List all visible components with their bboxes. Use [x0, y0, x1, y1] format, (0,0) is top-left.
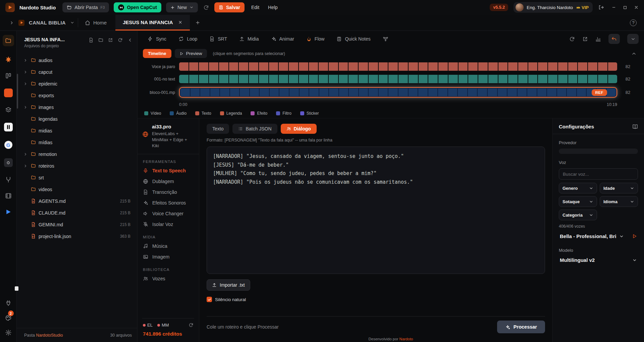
- voice-select[interactable]: Bella - Professional, Bri: [559, 233, 638, 239]
- tree-item[interactable]: images: [21, 101, 133, 113]
- toolbar-button[interactable]: Loop: [178, 36, 197, 42]
- google-icon[interactable]: G: [4, 141, 12, 149]
- filter-dropdown[interactable]: Idade: [600, 183, 638, 193]
- tree-item[interactable]: videos: [21, 183, 133, 195]
- redo-dropdown-button[interactable]: [627, 34, 639, 44]
- model-select[interactable]: Multilingual v2: [559, 257, 638, 263]
- tree-item[interactable]: audios: [21, 54, 133, 66]
- tree-item[interactable]: roteiros: [21, 160, 133, 172]
- tab-texto[interactable]: Texto: [207, 124, 229, 134]
- tree-item[interactable]: srt: [21, 172, 133, 183]
- plugin-icon[interactable]: [5, 300, 12, 306]
- resize-handle[interactable]: [15, 286, 18, 291]
- track-bar[interactable]: [179, 62, 617, 71]
- filter-dropdown[interactable]: Categoria: [559, 210, 597, 220]
- filter-dropdown[interactable]: Sotaque: [559, 196, 597, 207]
- toolbar-button[interactable]: Animar: [271, 36, 294, 42]
- sync-refresh-icon[interactable]: [569, 36, 575, 42]
- footer-folder-link[interactable]: NardotoStudio: [36, 333, 63, 338]
- tool-row[interactable]: Voice Changer: [142, 208, 194, 219]
- book-open-icon[interactable]: [632, 124, 638, 129]
- collapse-timeline-icon[interactable]: [631, 51, 639, 56]
- tool-row[interactable]: Dublagem: [142, 176, 194, 187]
- settings-gear-icon[interactable]: [5, 329, 12, 336]
- new-folder-icon[interactable]: [98, 38, 103, 43]
- voice-search-input[interactable]: [559, 168, 638, 180]
- new-file-icon[interactable]: [89, 38, 94, 43]
- new-button[interactable]: New: [166, 2, 198, 12]
- blue-play-icon[interactable]: [5, 209, 12, 215]
- tool-row[interactable]: Imagem: [142, 251, 194, 262]
- tree-item[interactable]: midias: [21, 125, 133, 136]
- tree-item[interactable]: exports: [21, 90, 133, 101]
- undo-button[interactable]: [608, 34, 620, 44]
- active-project-tab[interactable]: JESUS NA INFANCIA: [115, 15, 190, 31]
- close-button[interactable]: [634, 5, 639, 10]
- natural-silence-checkbox[interactable]: [207, 297, 212, 302]
- epidemic-sound-icon[interactable]: [5, 56, 12, 63]
- kanban-icon[interactable]: [5, 72, 12, 79]
- toolbar-button[interactable]: Midia: [239, 36, 259, 42]
- track-bar[interactable]: [179, 75, 617, 83]
- collapse-panel-icon[interactable]: [127, 38, 132, 43]
- help-button[interactable]: ?: [630, 15, 644, 31]
- tool-row[interactable]: Text to Speech: [142, 165, 194, 176]
- tool-row[interactable]: FERRAMENTAS: [142, 160, 194, 164]
- tree-item[interactable]: AGENTS.md 215 B: [21, 195, 133, 207]
- dialog-textarea[interactable]: [NARRADOR] "Jesus, cansado da viagem, se…: [207, 147, 545, 274]
- tree-item[interactable]: mídias: [21, 136, 133, 148]
- elevenlabs-icon[interactable]: [4, 123, 13, 131]
- minimize-button[interactable]: [611, 5, 616, 10]
- play-voice-preview-icon[interactable]: [632, 234, 637, 239]
- menu-edit[interactable]: Edit: [249, 5, 261, 10]
- channel-selector[interactable]: CANAL BIBLIA: [0, 15, 74, 31]
- tool-row[interactable]: Música: [142, 241, 194, 251]
- tool-row[interactable]: Isolar Voz: [142, 219, 194, 230]
- app-shortcut-icon[interactable]: [4, 158, 13, 167]
- tree-item[interactable]: project-link.json 363 B: [21, 230, 133, 242]
- user-chip[interactable]: Eng. Tharcisio Nardoto VIP: [514, 2, 593, 13]
- tool-row[interactable]: BIBLIOTECA: [142, 268, 194, 272]
- import-txt-button[interactable]: Importar .txt: [207, 279, 250, 291]
- palette-icon[interactable]: 2: [5, 315, 12, 321]
- scrollbar-thumb[interactable]: [17, 74, 18, 109]
- toolbar-button[interactable]: Sync: [148, 36, 166, 42]
- logout-icon[interactable]: [598, 4, 604, 10]
- refresh-icon[interactable]: [203, 5, 209, 10]
- track-bar[interactable]: REF: [179, 87, 617, 98]
- project-files-icon[interactable]: [3, 35, 14, 46]
- stats-chart-icon[interactable]: [595, 36, 601, 42]
- toolbar-button[interactable]: SRT: [209, 36, 227, 42]
- filter-dropdown[interactable]: Genero: [559, 183, 597, 193]
- save-button[interactable]: Salvar: [214, 2, 245, 12]
- refresh-credits-icon[interactable]: [189, 323, 194, 328]
- tree-item[interactable]: epidemic: [21, 78, 133, 90]
- open-external-icon[interactable]: [108, 38, 113, 43]
- orange-app-icon[interactable]: [4, 89, 13, 97]
- layers-icon[interactable]: [5, 107, 12, 113]
- open-capcut-button[interactable]: Open CapCut: [114, 2, 161, 12]
- tree-item[interactable]: CLAUDE.md 215 B: [21, 207, 133, 219]
- tool-row[interactable]: Vozes: [142, 273, 194, 284]
- tree-item[interactable]: legendas: [21, 113, 133, 125]
- refresh-icon[interactable]: [118, 38, 123, 43]
- tab-dialogo[interactable]: Diálogo: [281, 124, 317, 134]
- developer-link[interactable]: Nardoto: [399, 337, 413, 341]
- toolbar-button[interactable]: Quick Notes: [336, 36, 370, 42]
- home-tab[interactable]: Home: [82, 15, 110, 31]
- film-icon[interactable]: [5, 192, 12, 199]
- menu-help[interactable]: Help: [266, 5, 280, 10]
- tab-batch-json[interactable]: Batch JSON: [232, 124, 277, 134]
- filter-dropdown[interactable]: Idioma: [600, 196, 638, 207]
- tab-close-icon[interactable]: [178, 20, 182, 24]
- toolbar-button[interactable]: Flow: [306, 36, 325, 42]
- open-folder-button[interactable]: Abrir Pasta F3: [62, 2, 109, 12]
- tool-row[interactable]: MÍDIA: [142, 235, 194, 239]
- workflow-icon[interactable]: [383, 36, 388, 42]
- tree-item[interactable]: remotion: [21, 148, 133, 160]
- maximize-button[interactable]: [623, 5, 627, 10]
- timeline-tab[interactable]: Timeline: [143, 49, 171, 58]
- preview-tab[interactable]: Preview: [175, 49, 207, 58]
- process-button[interactable]: Processar: [497, 321, 545, 333]
- open-external-icon[interactable]: [582, 36, 588, 42]
